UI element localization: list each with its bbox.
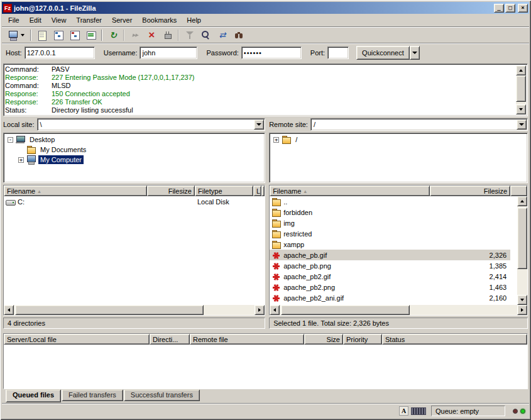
column-header[interactable]: Size	[304, 334, 343, 345]
file-row[interactable]: apache_pb.png 1,385	[270, 260, 510, 271]
filezilla-window: Fz john@127.0.0.1 - FileZilla _ □ × File…	[0, 0, 531, 420]
tab-successful-transfers[interactable]: Successful transfers	[124, 390, 200, 401]
column-header[interactable]: Priority	[343, 334, 382, 345]
maximize-button[interactable]: □	[505, 4, 515, 13]
file-row[interactable]: img	[270, 218, 510, 228]
column-header[interactable]: Filename	[270, 185, 430, 196]
toggle-message-log-icon[interactable]	[35, 28, 50, 42]
tab-failed-transfers[interactable]: Failed transfers	[62, 390, 123, 401]
tree-item[interactable]: My Documents	[4, 145, 265, 155]
log-prefix: Command:	[5, 65, 52, 74]
tree-item[interactable]: - Desktop	[4, 135, 265, 145]
tree-expander[interactable]: +	[273, 137, 279, 143]
scroll-up-icon[interactable]	[516, 65, 526, 75]
chevron-down-icon[interactable]	[254, 119, 264, 130]
log-scrollbar[interactable]	[516, 65, 526, 114]
host-input[interactable]	[25, 47, 95, 59]
column-header[interactable]: Filename	[4, 185, 147, 196]
remote-site-combobox[interactable]: /	[310, 118, 528, 131]
column-header[interactable]: Filetype	[195, 185, 253, 196]
file-row[interactable]: forbidden	[270, 207, 510, 218]
file-row[interactable]: apache_pb2.gif 2,414	[270, 271, 510, 282]
file-icon	[271, 283, 281, 292]
column-header-label: Filename	[7, 187, 35, 195]
password-input[interactable]	[241, 47, 302, 59]
quickconnect-button[interactable]: Quickconnect	[356, 46, 410, 60]
log-text: Directory listing successful	[52, 106, 133, 114]
column-header[interactable]: L	[253, 185, 261, 196]
file-name: xampp	[283, 241, 304, 248]
refresh-icon[interactable]	[106, 28, 121, 42]
column-header[interactable]: Directi...	[150, 334, 190, 345]
process-queue-icon[interactable]	[128, 28, 143, 42]
menu-item-bookmarks[interactable]: Bookmarks	[137, 14, 182, 26]
remote-vertical-scrollbar[interactable]	[517, 196, 527, 305]
tree-item[interactable]: + /	[270, 135, 527, 145]
tree-expander[interactable]: -	[8, 137, 13, 143]
remote-site-label: Remote site:	[269, 121, 308, 128]
site-manager-icon[interactable]	[5, 28, 28, 42]
menu-item-view[interactable]: View	[47, 14, 72, 26]
cancel-icon[interactable]	[144, 28, 159, 42]
chevron-down-icon[interactable]	[517, 119, 527, 130]
local-site-combobox[interactable]: \	[37, 118, 266, 131]
toggle-local-tree-icon[interactable]	[51, 28, 66, 42]
menu-item-help[interactable]: Help	[182, 14, 206, 26]
column-header[interactable]: Server/Local file	[4, 334, 150, 345]
scroll-right-icon[interactable]	[255, 305, 265, 315]
scrollbar-thumb[interactable]	[516, 75, 526, 102]
tree-item[interactable]: + My Computer	[4, 155, 265, 165]
scroll-right-icon[interactable]	[517, 305, 527, 315]
column-header[interactable]: Filesize	[147, 185, 195, 196]
column-header[interactable]: Remote file	[190, 334, 304, 345]
file-row[interactable]: ..	[270, 196, 510, 207]
queue-list[interactable]	[4, 345, 527, 389]
file-row[interactable]: apache_pb.gif 2,326	[270, 250, 510, 260]
sync-browsing-icon[interactable]	[215, 28, 230, 42]
minimize-button[interactable]: _	[494, 4, 504, 13]
scroll-down-icon[interactable]	[517, 295, 527, 305]
file-row[interactable]: xampp	[270, 239, 510, 250]
file-row[interactable]: apache_pb2.png 1,463	[270, 282, 510, 292]
file-row[interactable]: restricted	[270, 228, 510, 239]
menu-item-transfer[interactable]: Transfer	[71, 14, 107, 26]
scroll-up-icon[interactable]	[517, 196, 527, 206]
log-text: PASV	[52, 65, 70, 74]
horizontal-splitter[interactable]	[2, 329, 529, 333]
username-input[interactable]	[140, 47, 197, 59]
local-horizontal-scrollbar[interactable]	[4, 305, 265, 315]
tab-queued-files[interactable]: Queued files	[6, 390, 61, 402]
scroll-down-icon[interactable]	[516, 104, 526, 114]
menu-item-file[interactable]: File	[3, 14, 25, 26]
local-site-row: Local site: \	[3, 118, 265, 131]
file-row[interactable]: apache_pb2_ani.gif 2,160	[270, 292, 510, 303]
file-name-cell: restricted	[270, 229, 430, 238]
toggle-remote-tree-icon[interactable]	[67, 28, 82, 42]
filter-icon[interactable]	[182, 28, 197, 42]
port-input[interactable]	[327, 47, 349, 59]
column-header[interactable]: Status	[382, 334, 527, 345]
menu-item-server[interactable]: Server	[107, 14, 137, 26]
close-button[interactable]: ×	[518, 4, 528, 13]
toggle-queue-icon[interactable]	[84, 28, 99, 42]
scrollbar-thumb[interactable]	[517, 207, 527, 269]
find-files-icon[interactable]	[231, 28, 246, 42]
scroll-left-icon[interactable]	[4, 305, 14, 315]
quickconnect-dropdown-button[interactable]	[410, 46, 420, 60]
remote-horizontal-scrollbar[interactable]	[270, 305, 527, 315]
file-row[interactable]: C: Local Disk	[4, 196, 265, 207]
remote-file-rows: .. forbidden img	[270, 196, 527, 303]
column-header[interactable]: Filesize	[430, 185, 510, 196]
scrollbar-thumb[interactable]	[281, 305, 410, 315]
compare-icon[interactable]	[199, 28, 214, 42]
menu-item-edit[interactable]: Edit	[25, 14, 47, 26]
scroll-left-icon[interactable]	[270, 305, 280, 315]
remote-file-list: .. forbidden img	[270, 196, 527, 305]
transfer-queue: Server/Local file Directi... Remote file…	[3, 333, 528, 389]
file-name-cell: apache_pb.png	[270, 262, 430, 270]
disconnect-icon[interactable]	[160, 28, 175, 42]
tree-expander[interactable]: +	[18, 157, 24, 163]
column-header-label: Status	[385, 336, 405, 343]
titlebar: Fz john@127.0.0.1 - FileZilla _ □ ×	[2, 2, 529, 14]
scrollbar-thumb[interactable]	[15, 305, 204, 315]
